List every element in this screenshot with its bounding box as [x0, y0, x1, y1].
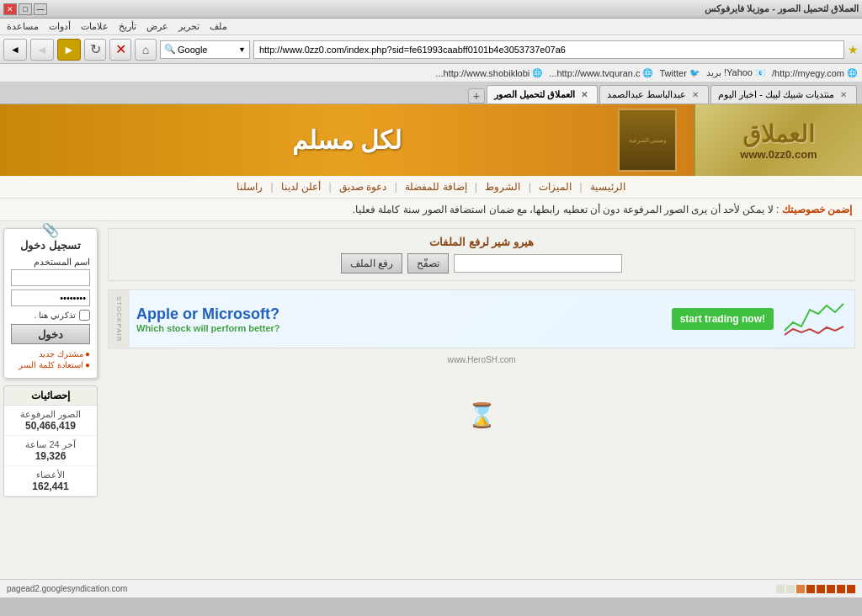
maximize-button[interactable]: □: [19, 3, 32, 15]
progress-boxes: [776, 585, 855, 593]
search-box: 🔍 ▼: [160, 40, 250, 59]
username-label: اسم المستخدم: [11, 257, 90, 268]
login-button[interactable]: دخول: [11, 324, 90, 344]
menu-file[interactable]: ملف: [210, 21, 227, 32]
bookmark-twitter[interactable]: 🐦 Twitter: [659, 68, 699, 78]
stop-button[interactable]: ✕: [109, 39, 131, 61]
search-dropdown-icon[interactable]: ▼: [238, 45, 246, 54]
ad-content: Apple or Microsoft? Which stock will per…: [130, 289, 854, 348]
nav-terms[interactable]: الشروط: [485, 181, 520, 193]
menu-help[interactable]: مساعدة: [7, 21, 39, 32]
tab-0[interactable]: ✕ منتديات شبيك لبيك - اخبار اليوم: [710, 85, 857, 104]
remember-label: تذكرني هنا .: [35, 311, 76, 320]
menu-bookmarks[interactable]: علامات: [81, 21, 109, 32]
nav-advertise[interactable]: أعلن لدينا: [281, 181, 321, 193]
ad-banner: STOCKPAIR Apple or Microsoft? Which stoc…: [108, 289, 855, 348]
ad-stockpair-label: STOCKPAIR: [109, 289, 130, 348]
twitter-icon: 🐦: [689, 68, 700, 77]
login-links: ● مشترك جديد ● استعادة كلمة السر: [11, 349, 90, 369]
ad-url: www.HeroSH.com: [108, 355, 855, 364]
page-area: العملاق www.0zz0.com وصيتي الشرعية لكل م…: [0, 104, 862, 597]
logo-url: www.0zz0.com: [740, 148, 817, 161]
star-icon[interactable]: ★: [848, 43, 859, 56]
bookmark-icon: 📧: [755, 68, 765, 77]
bookmark-icon: 🌐: [642, 68, 652, 77]
header-banner: وصيتي الشرعية لكل مسلم: [0, 104, 694, 176]
forgot-password-link[interactable]: ● استعادة كلمة السر: [11, 360, 90, 369]
window-titlebar: العملاق لتحميل الصور - موزيلا فايرفوكس —…: [0, 0, 862, 19]
home-button[interactable]: ⌂: [135, 39, 157, 61]
header-slogan: لكل مسلم: [292, 125, 402, 155]
ad-trade-button[interactable]: start trading now!: [672, 308, 774, 330]
menu-tools[interactable]: أدوات: [49, 21, 71, 32]
tab-close-2[interactable]: ✕: [578, 88, 590, 100]
remember-checkbox[interactable]: [79, 310, 90, 321]
window-title: العملاق لتحميل الصور - موزيلا فايرفوكس: [705, 3, 859, 14]
menu-history[interactable]: تأريخ: [119, 21, 136, 32]
upload-box: هيرو شير لرفع الملفات تصفّح رفع الملف: [108, 228, 855, 281]
back-button[interactable]: ◄: [3, 39, 27, 61]
username-input[interactable]: [11, 269, 90, 286]
minimize-button[interactable]: —: [34, 3, 47, 15]
paperclip-icon: 📎: [42, 222, 59, 238]
upload-input[interactable]: [454, 254, 622, 273]
new-user-link[interactable]: ● مشترك جديد: [11, 349, 90, 358]
bookmarks-bar: 🌐 http://myegy.com/ 📧 Yahoo! بريد 🐦 Twit…: [0, 64, 862, 82]
forward-button[interactable]: ►: [57, 39, 81, 61]
tab-close-0[interactable]: ✕: [838, 89, 849, 101]
upload-row: تصفّح رفع الملف: [115, 253, 848, 273]
ad-chart: [780, 297, 848, 342]
stat-label-1: آخر 24 ساعة: [9, 439, 92, 450]
site-header: العملاق www.0zz0.com وصيتي الشرعية لكل م…: [0, 104, 862, 176]
stat-value-0: 50,466,419: [9, 420, 92, 432]
clear-button[interactable]: تصفّح: [407, 253, 449, 273]
close-button[interactable]: ✕: [3, 3, 17, 15]
nav-invite[interactable]: دعوة صديق: [339, 181, 386, 193]
bookmark-tvquran[interactable]: 🌐 http://www.tvquran.c...: [549, 68, 652, 78]
privacy-notice: إضمن خصوصيتك : لا يمكن لأحد أن يرى الصور…: [0, 199, 862, 221]
stat-value-2: 162,441: [9, 481, 92, 492]
stats-box: إحصائيات الصور المرفوعة 50,466,419 آخر 2…: [3, 385, 98, 497]
back-button-2[interactable]: ◄: [30, 39, 54, 61]
stats-title: إحصائيات: [4, 386, 97, 406]
tabs-bar: ✕ منتديات شبيك لبيك - اخبار اليوم ✕ عبدا…: [0, 82, 862, 104]
reload-button[interactable]: ↻: [84, 39, 106, 61]
center-content: هيرو شير لرفع الملفات تصفّح رفع الملف ST…: [101, 221, 862, 497]
tab-2[interactable]: ✕ العملاق لتحميل الصور: [487, 85, 598, 104]
window-controls: — □ ✕: [3, 3, 47, 15]
stat-row-1: آخر 24 ساعة 19,326: [4, 436, 97, 466]
hourglass-icon: ⌛: [467, 401, 497, 429]
menu-view[interactable]: عرض: [146, 21, 168, 32]
url-bar[interactable]: [253, 40, 844, 59]
stat-row-2: الأعضاء 162,441: [4, 466, 97, 497]
nav-features[interactable]: الميزات: [539, 181, 572, 193]
password-input[interactable]: [11, 289, 90, 306]
tab-close-1[interactable]: ✕: [689, 89, 701, 101]
nav-contact[interactable]: راسلنا: [237, 181, 263, 193]
stat-value-1: 19,326: [9, 450, 92, 462]
privacy-text: : لا يمكن لأحد أن يرى الصور المرفوعة دون…: [353, 204, 780, 215]
logo-area: العملاق www.0zz0.com: [694, 104, 862, 176]
bookmark-icon: 🌐: [532, 68, 542, 77]
loading-area: ⌛: [108, 364, 855, 465]
site-nav: الرئيسية | الميزات | الشروط | إضافة للمف…: [0, 176, 862, 199]
tab-1[interactable]: ✕ عبدالباسط عبدالصمد: [599, 85, 709, 104]
menubar: ملف تحرير عرض تأريخ علامات أدوات مساعدة: [0, 19, 862, 35]
search-icon: 🔍: [164, 44, 176, 55]
nav-add-fav[interactable]: إضافة للمفضلة: [405, 181, 466, 193]
ad-subtitle: Which stock will perform better?: [136, 323, 665, 333]
bookmark-shobik[interactable]: 🌐 http://www.shobiklobi...: [435, 68, 542, 78]
upload-button[interactable]: رفع الملف: [341, 253, 402, 273]
ad-title: Apple or Microsoft?: [136, 305, 665, 323]
status-text: pagead2.googlesyndication.com: [7, 584, 127, 593]
upload-title: هيرو شير لرفع الملفات: [115, 236, 848, 248]
stat-label-2: الأعضاء: [9, 470, 92, 481]
bookmark-myegy[interactable]: 🌐 http://myegy.com/: [772, 68, 857, 78]
new-tab-button[interactable]: +: [468, 88, 485, 104]
stat-label-0: الصور المرفوعة: [9, 409, 92, 420]
logo-arabic: العملاق: [740, 120, 817, 148]
nav-home[interactable]: الرئيسية: [590, 181, 625, 193]
bookmark-yahoo[interactable]: 📧 Yahoo! بريد: [706, 67, 765, 78]
menu-edit[interactable]: تحرير: [178, 21, 200, 32]
search-input[interactable]: [178, 45, 237, 55]
